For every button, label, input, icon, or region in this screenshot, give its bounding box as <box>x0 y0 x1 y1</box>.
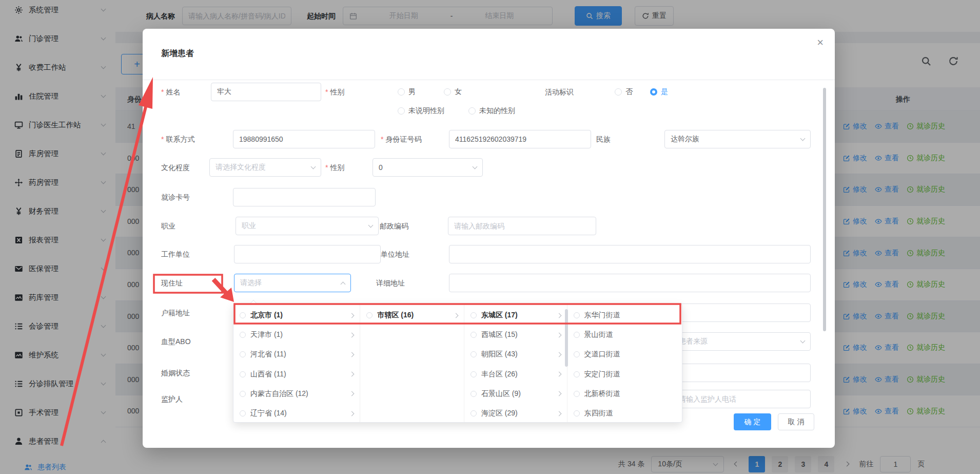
education-select[interactable]: 请选择文化程度 <box>209 158 321 177</box>
cascader-option[interactable]: 内蒙古自治区 (12) <box>233 384 360 404</box>
occupation-select[interactable]: 职业 <box>236 217 379 235</box>
patient-source-select[interactable]: 患者来源 <box>673 332 811 351</box>
chevron-right-icon <box>556 332 561 337</box>
cascader-option[interactable]: 河北省 (11) <box>233 345 360 364</box>
modal-header-divider <box>143 80 835 80</box>
cascader-option[interactable]: 安定门街道 <box>567 365 682 384</box>
confirm-button[interactable]: 确 定 <box>734 413 771 430</box>
gender-radio-unknown[interactable]: 未知的性别 <box>468 102 515 120</box>
gender-radio-male[interactable]: 男 <box>398 83 416 101</box>
radio-icon <box>468 107 476 115</box>
gender-code-select[interactable]: 0 <box>373 158 483 177</box>
ethnicity-select[interactable]: 达斡尔族 <box>664 130 811 148</box>
active-flag-radio-yes[interactable]: 是 <box>650 83 668 101</box>
chevron-right-icon <box>349 332 355 337</box>
radio-icon <box>574 391 580 397</box>
chevron-right-icon <box>349 352 355 357</box>
current-address-label: 现住址 <box>161 274 183 292</box>
cascader-option[interactable]: 北京市 (1) <box>233 306 360 325</box>
contact-label: *联系方式 <box>161 130 194 148</box>
radio-icon <box>574 371 580 377</box>
ethnicity-label: 民族 <box>596 130 611 148</box>
active-flag-radio-no[interactable]: 否 <box>615 83 633 101</box>
gender-radio-unstated[interactable]: 未说明性别 <box>398 102 444 120</box>
cascader-option[interactable]: 北新桥街道 <box>567 384 682 404</box>
marital-status-label: 婚姻状态 <box>161 364 190 382</box>
radio-icon <box>240 391 246 397</box>
radio-icon <box>471 332 477 338</box>
chevron-right-icon <box>349 411 355 416</box>
radio-icon <box>398 88 405 96</box>
radio-icon <box>240 371 246 377</box>
radio-icon <box>574 312 580 318</box>
cascader-option[interactable]: 西城区 (15) <box>464 325 567 345</box>
modal-scrollbar[interactable] <box>823 88 826 331</box>
cascader-option[interactable]: 东华门街道 <box>567 306 682 325</box>
cascader-option[interactable]: 朝阳区 (43) <box>464 345 567 364</box>
radio-icon <box>398 107 405 115</box>
id-card-input[interactable] <box>449 130 591 148</box>
work-unit-input[interactable] <box>234 245 381 263</box>
postal-code-input[interactable] <box>448 217 596 235</box>
radio-icon <box>471 410 477 416</box>
chevron-down-icon <box>311 164 316 169</box>
cascader-option[interactable]: 辽宁省 (14) <box>233 404 360 422</box>
radio-icon <box>471 391 477 397</box>
chevron-right-icon <box>556 372 561 377</box>
work-address-input[interactable] <box>449 245 811 263</box>
cascader-option[interactable]: 石景山区 (9) <box>464 384 567 404</box>
chevron-right-icon <box>556 313 561 318</box>
cascader-option[interactable]: 山西省 (11) <box>233 365 360 384</box>
close-icon[interactable]: × <box>817 36 824 49</box>
chevron-right-icon <box>349 372 355 377</box>
radio-icon <box>444 88 451 96</box>
radio-icon <box>574 332 580 338</box>
contact-input[interactable] <box>233 130 375 148</box>
registered-address-label: 户籍地址 <box>161 304 190 322</box>
cascader-option[interactable]: 丰台区 (26) <box>464 365 567 384</box>
cascader-option[interactable]: 交道口街道 <box>567 345 682 364</box>
cascader-option[interactable]: 市辖区 (16) <box>360 306 464 325</box>
chevron-up-icon <box>341 281 346 287</box>
radio-icon <box>615 88 622 96</box>
visit-card-input[interactable] <box>233 188 376 206</box>
cancel-button[interactable]: 取 消 <box>778 413 814 430</box>
cascader-option[interactable]: 景山街道 <box>567 325 682 345</box>
postal-code-label: 邮政编码 <box>380 217 408 235</box>
gender-radio-female[interactable]: 女 <box>444 83 462 101</box>
gender-code-label: *性别 <box>325 158 344 177</box>
cascader-province-column: 北京市 (1) 天津市 (1) 河北省 (11) 山西省 (11) <box>233 304 360 422</box>
radio-checked-icon <box>650 88 657 96</box>
cascader-district-column: 东城区 (17) 西城区 (15) 朝阳区 (43) 丰台区 (26) <box>464 304 567 422</box>
name-label: *姓名 <box>161 83 180 101</box>
radio-icon <box>574 351 580 357</box>
name-input[interactable] <box>211 83 321 101</box>
chevron-right-icon <box>556 411 561 416</box>
cascader-street-column: 东华门街道 景山街道 交道口街道 安定门街道 北新桥街道 <box>567 304 682 422</box>
detail-address-input[interactable] <box>449 274 811 292</box>
chevron-right-icon <box>454 313 459 318</box>
occupation-label: 职业 <box>161 217 175 235</box>
guardian-phone-input[interactable] <box>673 390 811 408</box>
chevron-right-icon <box>349 391 355 396</box>
modal-title: 新增患者 <box>161 48 194 59</box>
chevron-down-icon <box>800 338 806 344</box>
cascader-option[interactable]: 东城区 (17) <box>464 306 567 325</box>
radio-icon <box>366 312 373 318</box>
radio-icon <box>471 371 477 377</box>
cascader-option[interactable]: 海淀区 (29) <box>464 404 567 422</box>
cascader-option[interactable]: 东四街道 <box>567 404 682 422</box>
radio-icon <box>471 312 477 318</box>
marital-status-input[interactable] <box>673 364 811 382</box>
address-cascader-dropdown: 北京市 (1) 天津市 (1) 河北省 (11) 山西省 (11) <box>233 304 682 423</box>
cascader-option[interactable]: 天津市 (1) <box>233 325 360 345</box>
work-address-label: 单位地址 <box>381 245 409 263</box>
current-address-cascader-input[interactable]: 请选择 <box>234 274 351 292</box>
chevron-down-icon <box>368 223 374 228</box>
blood-type-label: 血型ABO <box>161 332 191 351</box>
active-flag-label: 活动标识 <box>545 83 574 101</box>
visit-card-label: 就诊卡号 <box>161 188 190 206</box>
id-card-label: *身份证号码 <box>381 130 421 148</box>
chevron-down-icon <box>473 164 478 169</box>
radio-icon <box>240 351 246 357</box>
